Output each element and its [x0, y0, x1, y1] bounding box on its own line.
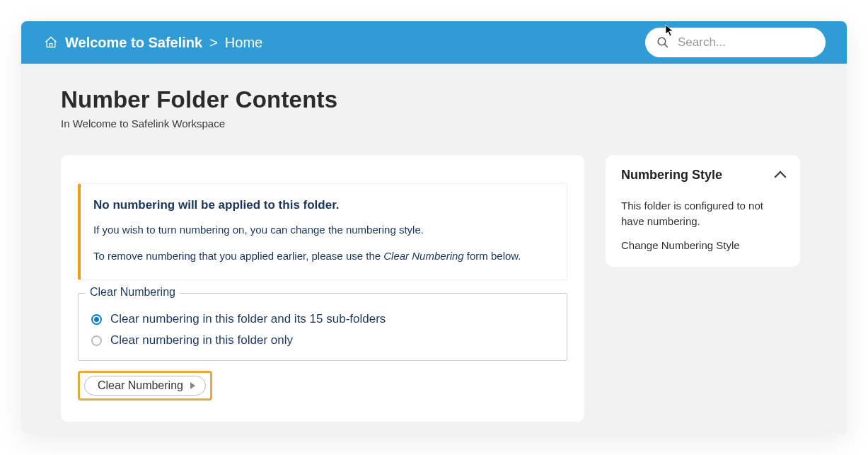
radio-option-subfolders[interactable]: Clear numbering in this folder and its 1… — [91, 312, 554, 326]
top-bar: Welcome to Safelink > Home — [21, 21, 847, 64]
page-title: Number Folder Contents — [61, 86, 807, 113]
side-panel-text: This folder is configured to not have nu… — [621, 198, 785, 229]
radio-icon — [91, 314, 102, 325]
search-box[interactable] — [645, 28, 826, 57]
change-style-inline-link[interactable]: change the numbering style. — [291, 224, 424, 236]
page-subtitle: In Welcome to Safelink Workspace — [61, 117, 807, 129]
breadcrumb-home[interactable]: Home — [225, 35, 262, 51]
clear-numbering-fieldset: Clear Numbering Clear numbering in this … — [78, 293, 567, 361]
content-area: Number Folder Contents In Welcome to Saf… — [21, 64, 847, 434]
highlight-box: Clear Numbering — [78, 371, 212, 401]
callout-heading: No numbering will be applied to this fol… — [93, 198, 551, 212]
numbering-style-panel: Numbering Style This folder is configure… — [606, 155, 800, 267]
fieldset-legend: Clear Numbering — [86, 286, 180, 299]
clear-button-label: Clear Numbering — [98, 379, 183, 392]
clear-numbering-button[interactable]: Clear Numbering — [84, 376, 206, 396]
change-numbering-style-link[interactable]: Change Numbering Style — [621, 239, 785, 251]
svg-point-0 — [658, 38, 666, 45]
side-panel-header[interactable]: Numbering Style — [621, 168, 785, 183]
search-input[interactable] — [678, 35, 814, 50]
info-callout: No numbering will be applied to this fol… — [78, 183, 567, 280]
radio-option-folder-only[interactable]: Clear numbering in this folder only — [91, 333, 554, 347]
chevron-up-icon — [775, 171, 787, 183]
svg-line-1 — [664, 44, 668, 47]
callout-line-1: If you wish to turn numbering on, you ca… — [93, 222, 551, 238]
main-card: No numbering will be applied to this fol… — [61, 155, 584, 422]
breadcrumb-title[interactable]: Welcome to Safelink — [65, 35, 202, 51]
breadcrumb: Welcome to Safelink > Home — [44, 35, 262, 51]
radio-icon — [91, 335, 102, 346]
breadcrumb-separator: > — [209, 35, 218, 51]
callout-line-2: To remove numbering that you applied ear… — [93, 248, 551, 265]
app-container: Welcome to Safelink > Home Number Folder… — [21, 21, 847, 434]
side-panel-body: This folder is configured to not have nu… — [621, 198, 785, 251]
search-icon — [656, 36, 669, 49]
radio-label: Clear numbering in this folder and its 1… — [110, 312, 386, 326]
home-icon[interactable] — [44, 35, 58, 50]
side-panel-title: Numbering Style — [621, 168, 722, 183]
radio-label: Clear numbering in this folder only — [110, 333, 293, 347]
play-icon — [190, 382, 195, 389]
